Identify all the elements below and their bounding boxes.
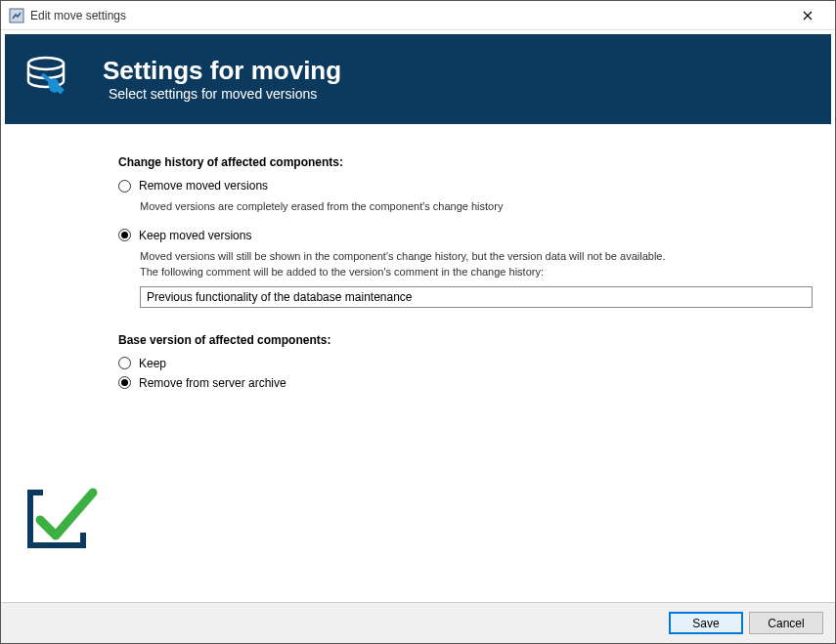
version-comment-input[interactable] xyxy=(140,286,813,308)
cancel-button[interactable]: Cancel xyxy=(749,612,823,634)
radio-icon xyxy=(118,229,131,241)
window-title: Edit move settings xyxy=(30,9,126,22)
keep-moved-desc-line1: Moved versions will still be shown in th… xyxy=(140,250,666,262)
content-area: Change history of affected components: R… xyxy=(1,128,835,406)
app-icon xyxy=(9,8,24,23)
save-button[interactable]: Save xyxy=(669,612,743,634)
window-titlebar: Edit move settings xyxy=(1,1,835,30)
radio-base-keep[interactable]: Keep xyxy=(118,357,812,370)
radio-keep-moved-versions[interactable]: Keep moved versions xyxy=(118,229,812,242)
radio-label: Remove moved versions xyxy=(139,179,268,193)
radio-label: Keep moved versions xyxy=(139,229,251,242)
button-bar: Save Cancel xyxy=(1,602,835,643)
checkmark-icon xyxy=(22,477,103,557)
keep-moved-desc-line2: The following comment will be added to t… xyxy=(140,266,544,278)
page-title: Settings for moving xyxy=(103,57,341,85)
radio-icon xyxy=(118,357,131,369)
remove-moved-desc: Moved versions are completely erased fro… xyxy=(140,198,812,215)
header-text-group: Settings for moving Select settings for … xyxy=(103,57,341,103)
page-subtitle: Select settings for moved versions xyxy=(109,86,341,102)
radio-remove-moved-versions[interactable]: Remove moved versions xyxy=(118,179,812,193)
svg-point-1 xyxy=(28,58,64,69)
database-wrench-icon xyxy=(22,52,77,107)
close-button[interactable] xyxy=(788,1,827,30)
radio-label: Keep xyxy=(139,357,166,370)
radio-icon xyxy=(118,376,131,389)
radio-base-remove[interactable]: Remove from server archive xyxy=(118,376,812,390)
change-history-heading: Change history of affected components: xyxy=(118,155,812,169)
radio-label: Remove from server archive xyxy=(139,376,286,390)
keep-moved-desc: Moved versions will still be shown in th… xyxy=(140,248,812,280)
base-version-heading: Base version of affected components: xyxy=(118,333,812,347)
header-banner: Settings for moving Select settings for … xyxy=(5,34,831,124)
radio-icon xyxy=(118,180,131,193)
